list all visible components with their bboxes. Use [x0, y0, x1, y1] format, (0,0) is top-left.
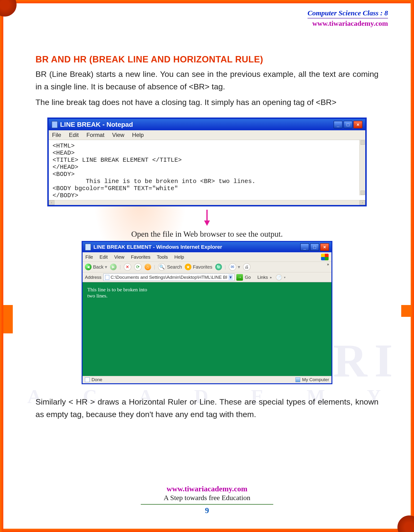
go-button[interactable]: →	[236, 274, 243, 281]
ie-minimize-button[interactable]: _	[300, 243, 309, 251]
windows-logo-icon	[321, 254, 329, 260]
main-content: BR AND HR (BREAK LINE AND HORIZONTAL RUL…	[36, 54, 378, 420]
page-border-right	[411, 0, 414, 532]
page-number: 9	[0, 506, 414, 515]
ie-close-button[interactable]: ×	[320, 243, 329, 251]
code-line-2: <TITLE> LINE BREAK ELEMENT </TITLE>	[53, 157, 182, 164]
code-line-5: This line is to be broken into <BR> two …	[53, 178, 256, 185]
links-label[interactable]: Links	[257, 275, 268, 280]
minimize-button[interactable]: _	[334, 121, 343, 128]
notepad-title-text: LINE BREAK - Notepad	[60, 121, 133, 128]
ie-maximize-button[interactable]: □	[310, 243, 319, 251]
page-border-top	[0, 0, 414, 3]
close-button[interactable]: ×	[353, 121, 362, 128]
menu-view[interactable]: View	[112, 132, 125, 138]
zone-text: My Computer	[302, 377, 329, 382]
notepad-menubar: File Edit Format View Help	[49, 130, 365, 140]
mail-button[interactable]: ✉▾	[229, 263, 240, 271]
page-footer: www.tiwariacademy.com A Step towards fre…	[0, 484, 414, 515]
toolbar-overflow-icon[interactable]: »	[327, 262, 329, 266]
closing-paragraph: Similarly < HR > draws a Horizontal Rule…	[36, 396, 378, 420]
history-button[interactable]: ↻	[215, 264, 222, 270]
section-heading: BR AND HR (BREAK LINE AND HORIZONTAL RUL…	[36, 54, 378, 65]
paragraph-2: The line break tag does not have a closi…	[36, 96, 378, 109]
ie-screenshot: LINE BREAK ELEMENT - Windows Internet Ex…	[82, 241, 332, 384]
code-line-6: <BODY bgcolor="GREEN" TEXT="white"	[53, 185, 178, 192]
ie-menu-edit[interactable]: Edit	[100, 254, 108, 260]
page-header: Computer Science Class : 8 www.tiwariaca…	[308, 9, 388, 28]
output-line-2: two lines.	[87, 293, 327, 299]
ie-statusbar: Done My Computer	[83, 376, 331, 383]
ie-titlebar: LINE BREAK ELEMENT - Windows Internet Ex…	[83, 242, 331, 252]
ie-menu-view[interactable]: View	[114, 254, 125, 260]
notepad-window: LINE BREAK - Notepad _ □ × File Edit For…	[47, 117, 367, 206]
ie-window-controls: _ □ ×	[300, 243, 329, 251]
address-value: C:\Documents and Settings\Admin\Desktop\…	[111, 275, 227, 280]
back-label: Back	[93, 264, 103, 270]
footer-url: www.tiwariacademy.com	[0, 484, 414, 493]
page-icon	[105, 275, 109, 280]
code-line-3: </HEAD>	[53, 164, 78, 171]
forward-button[interactable]: ►	[110, 264, 117, 270]
paragraph-1: BR (Line Break) starts a new line. You c…	[36, 68, 378, 93]
menu-format[interactable]: Format	[86, 132, 104, 138]
side-accent-right	[401, 305, 411, 317]
notepad-screenshot: LINE BREAK - Notepad _ □ × File Edit For…	[47, 117, 367, 206]
page-border-left	[0, 0, 3, 532]
ie-menu-tools[interactable]: Tools	[157, 254, 168, 260]
corner-ornament-tl	[0, 0, 17, 17]
header-url-line: www.tiwariacademy.com	[308, 18, 388, 28]
search-label: Search	[167, 264, 182, 270]
notepad-titlebar: LINE BREAK - Notepad _ □ ×	[49, 119, 365, 130]
ie-menu-help[interactable]: Help	[174, 254, 184, 260]
window-controls: _ □ ×	[334, 121, 362, 128]
code-line-0: <HTML>	[53, 142, 75, 149]
page-border-bottom	[0, 529, 414, 532]
corner-ornament-br	[397, 515, 414, 532]
address-input[interactable]: C:\Documents and Settings\Admin\Desktop\…	[103, 274, 234, 281]
ie-menu-file[interactable]: File	[85, 254, 93, 260]
search-button[interactable]: 🔍Search	[158, 263, 182, 271]
menu-edit[interactable]: Edit	[69, 132, 78, 138]
document-page: IWARI A C A D E M Y Computer Science Cla…	[0, 0, 414, 532]
menu-file[interactable]: File	[52, 132, 61, 138]
pdf-icon[interactable]: 📄	[276, 274, 282, 280]
address-label: Address	[85, 275, 101, 280]
stop-button[interactable]: ✕	[124, 263, 131, 271]
footer-divider	[141, 504, 273, 504]
favorites-button[interactable]: ★Favorites	[185, 264, 212, 270]
ie-address-bar: Address C:\Documents and Settings\Admin\…	[83, 272, 331, 282]
svg-marker-1	[204, 221, 210, 226]
side-accent-left	[3, 305, 13, 333]
ie-app-icon	[85, 244, 91, 251]
ie-toolbar: ◄Back▾ ► | ✕ ⟳ ⌂ | 🔍Search ★Favorites ↻ …	[83, 262, 331, 272]
menu-help[interactable]: Help	[132, 132, 144, 138]
notepad-textarea[interactable]: <HTML> <HEAD> <TITLE> LINE BREAK ELEMENT…	[49, 140, 365, 200]
scrollbar-horizontal[interactable]: ‹›	[49, 200, 365, 205]
go-label: Go	[245, 275, 251, 280]
code-line-1: <HEAD>	[53, 149, 75, 157]
home-button[interactable]: ⌂	[144, 264, 151, 270]
print-button[interactable]: 🖨	[243, 263, 250, 271]
status-page-icon	[85, 377, 90, 382]
address-dropdown-icon[interactable]: ▾	[229, 275, 233, 280]
arrow-down-icon	[36, 210, 378, 227]
links-overflow-icon[interactable]: »	[270, 276, 272, 279]
zone-icon	[296, 377, 300, 382]
ie-menubar: File Edit View Favorites Tools Help	[83, 252, 331, 262]
status-text: Done	[92, 377, 102, 382]
caption-text: Open the file in Web browser to see the …	[36, 230, 378, 238]
ie-viewport: This line is to be broken into two lines…	[83, 282, 331, 376]
favorites-label: Favorites	[193, 264, 212, 270]
header-class-line: Computer Science Class : 8	[308, 9, 388, 17]
scrollbar-vertical[interactable]	[359, 140, 365, 195]
output-line-1: This line is to be broken into	[87, 286, 327, 293]
refresh-button[interactable]: ⟳	[134, 263, 142, 271]
notepad-icon	[52, 121, 58, 128]
ie-window: LINE BREAK ELEMENT - Windows Internet Ex…	[82, 241, 332, 384]
footer-tagline: A Step towards free Education	[0, 494, 414, 502]
ie-menu-favorites[interactable]: Favorites	[131, 254, 150, 260]
code-line-4: <BODY>	[53, 171, 75, 178]
back-button[interactable]: ◄Back▾	[85, 264, 107, 270]
maximize-button[interactable]: □	[344, 121, 353, 128]
